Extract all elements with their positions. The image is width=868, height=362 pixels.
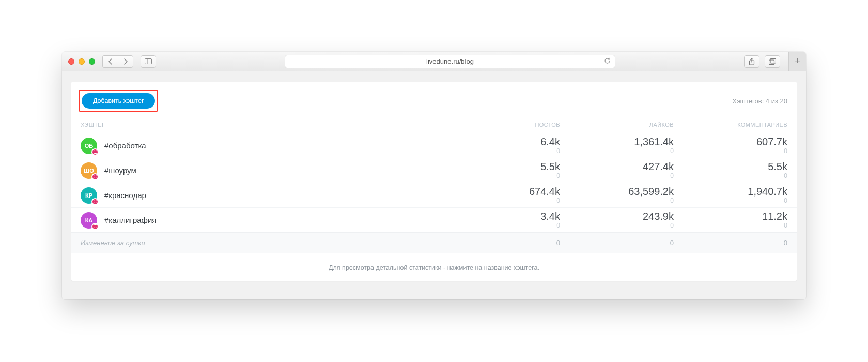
comments-value: 1,940.7k [674, 186, 787, 197]
posts-cell: 3.4k0 [446, 211, 560, 229]
likes-delta: 0 [560, 147, 674, 155]
likes-cell: 1,361.4k0 [560, 137, 674, 155]
col-hashtag: ХЭШТЕГ [81, 122, 446, 128]
new-tab-button[interactable]: + [788, 52, 806, 71]
hashtag-avatar: КА [81, 212, 97, 229]
hashtag-cell: КА#каллиграфия [81, 212, 446, 229]
likes-cell: 63,599.2k0 [560, 186, 674, 204]
avatar-initials: ОБ [85, 143, 93, 149]
window-close-button[interactable] [68, 58, 74, 65]
instagram-icon [91, 173, 99, 180]
address-bar-wrap: livedune.ru/blog [163, 55, 737, 68]
add-button-highlight: Добавить хэштег [79, 90, 158, 112]
hashtag-avatar: ШО [81, 162, 97, 179]
comments-delta: 0 [674, 222, 787, 229]
posts-cell: 674.4k0 [446, 186, 560, 204]
posts-delta: 0 [446, 222, 560, 229]
posts-value: 5.5k [446, 161, 560, 172]
footer-posts: 0 [446, 239, 560, 247]
sidebar-toggle-button[interactable] [141, 55, 156, 68]
panel-header: Добавить хэштег Хэштегов: 4 из 20 [71, 82, 797, 116]
hashtag-count-label: Хэштегов: 4 из 20 [732, 97, 787, 105]
window-minimize-button[interactable] [79, 58, 85, 65]
likes-value: 427.4k [560, 161, 674, 172]
likes-delta: 0 [560, 172, 674, 179]
instagram-icon [91, 148, 99, 156]
likes-value: 63,599.2k [560, 186, 674, 197]
table-row: ШО#шоурум5.5k0427.4k05.5k0 [71, 158, 797, 183]
comments-value: 607.7k [674, 137, 787, 147]
hashtag-link[interactable]: #каллиграфия [104, 216, 156, 224]
posts-value: 674.4k [446, 186, 560, 197]
footer-label: Изменение за сутки [81, 239, 446, 247]
page-content: Добавить хэштег Хэштегов: 4 из 20 ХЭШТЕГ… [62, 71, 806, 299]
table-row: КР#краснодар674.4k063,599.2k01,940.7k0 [71, 183, 797, 207]
hashtag-avatar: ОБ [81, 138, 97, 154]
nav-buttons [102, 55, 133, 68]
panel-hint: Для просмотра детальной статистики - наж… [71, 253, 797, 276]
comments-value: 11.2k [674, 211, 787, 222]
avatar-initials: КА [85, 217, 93, 223]
footer-comments: 0 [674, 239, 787, 247]
hashtag-cell: КР#краснодар [81, 187, 446, 204]
posts-cell: 6.4k0 [446, 137, 560, 155]
comments-cell: 5.5k0 [674, 161, 787, 179]
comments-delta: 0 [674, 147, 787, 155]
svg-rect-3 [769, 60, 774, 65]
tabs-button[interactable] [765, 55, 780, 68]
col-likes: ЛАЙКОВ [560, 122, 674, 128]
instagram-icon [91, 198, 99, 205]
svg-rect-4 [770, 58, 776, 63]
likes-cell: 427.4k0 [560, 161, 674, 179]
comments-cell: 11.2k0 [674, 211, 787, 229]
hashtag-avatar: КР [81, 187, 97, 204]
col-comments: КОММЕНТАРИЕВ [674, 122, 787, 128]
avatar-initials: ШО [84, 168, 94, 174]
add-hashtag-button[interactable]: Добавить хэштег [82, 93, 155, 109]
col-posts: ПОСТОВ [446, 122, 560, 128]
posts-value: 3.4k [446, 211, 560, 222]
likes-value: 1,361.4k [560, 137, 674, 147]
posts-delta: 0 [446, 172, 560, 179]
hashtag-link[interactable]: #краснодар [104, 191, 146, 200]
table-header: ХЭШТЕГ ПОСТОВ ЛАЙКОВ КОММЕНТАРИЕВ [71, 116, 797, 133]
comments-delta: 0 [674, 172, 787, 179]
footer-likes: 0 [560, 239, 674, 247]
window-controls [68, 58, 95, 65]
svg-rect-0 [145, 59, 152, 64]
address-url: livedune.ru/blog [426, 57, 474, 65]
posts-delta: 0 [446, 197, 560, 204]
share-button[interactable] [744, 55, 760, 68]
hashtags-panel: Добавить хэштег Хэштегов: 4 из 20 ХЭШТЕГ… [71, 82, 797, 281]
likes-delta: 0 [560, 222, 674, 229]
table-row: ОБ#обработка6.4k01,361.4k0607.7k0 [71, 133, 797, 158]
forward-button[interactable] [118, 55, 133, 68]
address-bar[interactable]: livedune.ru/blog [285, 55, 615, 68]
browser-window: livedune.ru/blog + Добавить хэштег Хэште… [62, 52, 806, 299]
posts-delta: 0 [446, 147, 560, 155]
avatar-initials: КР [85, 192, 92, 199]
hashtag-cell: ШО#шоурум [81, 162, 446, 179]
window-maximize-button[interactable] [89, 58, 95, 65]
table-footer: Изменение за сутки 0 0 0 [71, 232, 797, 253]
likes-value: 243.9k [560, 211, 674, 222]
reload-icon[interactable] [604, 57, 611, 66]
posts-cell: 5.5k0 [446, 161, 560, 179]
hashtag-cell: ОБ#обработка [81, 138, 446, 154]
table-row: КА#каллиграфия3.4k0243.9k011.2k0 [71, 207, 797, 232]
toolbar-right [744, 55, 780, 68]
browser-titlebar: livedune.ru/blog + [62, 52, 806, 71]
comments-value: 5.5k [674, 161, 787, 172]
likes-delta: 0 [560, 197, 674, 204]
hashtag-link[interactable]: #шоурум [104, 166, 136, 175]
comments-cell: 1,940.7k0 [674, 186, 787, 204]
back-button[interactable] [102, 55, 118, 68]
likes-cell: 243.9k0 [560, 211, 674, 229]
posts-value: 6.4k [446, 137, 560, 147]
comments-delta: 0 [674, 197, 787, 204]
hashtag-link[interactable]: #обработка [104, 141, 146, 150]
comments-cell: 607.7k0 [674, 137, 787, 155]
instagram-icon [91, 223, 99, 230]
